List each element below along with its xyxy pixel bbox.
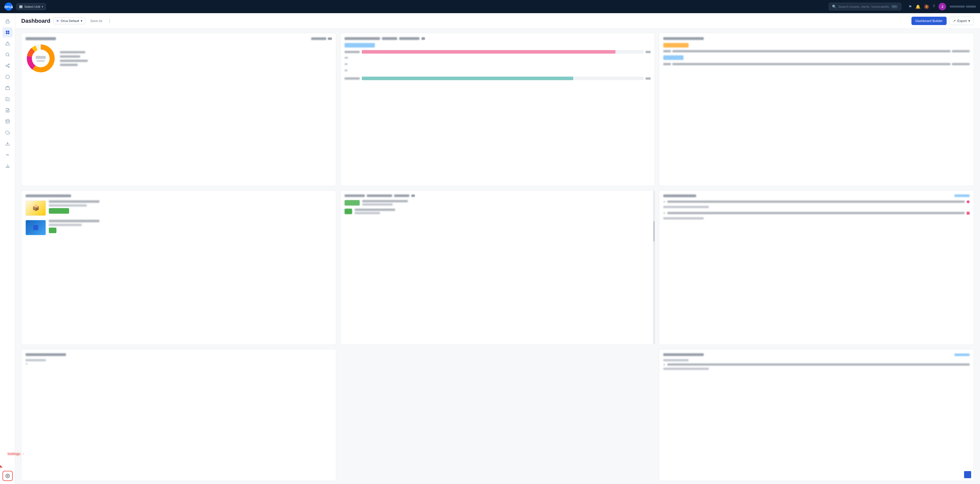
- sidebar-item-download[interactable]: [3, 138, 13, 149]
- widget-donut: [21, 33, 336, 186]
- legend-item: [60, 51, 88, 53]
- nav-icons: ⚑ 🔔 🔕 ? J: [908, 3, 976, 10]
- avatar[interactable]: J: [939, 3, 946, 10]
- dashboard-dropdown[interactable]: 👁 Orca Default ▾: [53, 17, 85, 24]
- more-options-icon[interactable]: ⋮: [108, 19, 111, 23]
- chevron-down-icon: ▾: [81, 19, 83, 23]
- bar-chart: [345, 50, 651, 80]
- widget-findings: [659, 190, 974, 345]
- svg-point-16: [6, 120, 10, 121]
- sidebar-item-alerts[interactable]: [3, 38, 13, 49]
- sidebar-item-storage[interactable]: [3, 116, 13, 127]
- legend-item: [60, 56, 88, 58]
- export-button[interactable]: ↗ Export ▾: [949, 17, 974, 25]
- flag-icon[interactable]: ⚑: [908, 4, 912, 9]
- logo: orca: [4, 2, 13, 11]
- bar-value: [646, 51, 651, 53]
- legend-item: [60, 60, 88, 66]
- search-bar: 🔍 ⌘K: [829, 3, 901, 10]
- widget-findings-header: [663, 194, 970, 197]
- asset-row-2: [25, 220, 332, 236]
- widget-link: [955, 354, 970, 356]
- svg-rect-2: [6, 21, 10, 23]
- finding-row-1: [663, 200, 970, 203]
- compliance-row-2: [345, 209, 651, 214]
- sidebar-item-dashboard[interactable]: [3, 27, 13, 37]
- sidebar-item-integrations[interactable]: ∞: [3, 150, 13, 160]
- search-input[interactable]: [838, 5, 889, 9]
- svg-rect-30: [37, 60, 45, 62]
- svg-text:orca: orca: [4, 5, 13, 9]
- user-name-block: [950, 6, 965, 8]
- bar-row-teal: [345, 77, 651, 80]
- svg-point-10: [8, 64, 10, 65]
- svg-point-23: [7, 475, 8, 477]
- dashboard-builder-button[interactable]: Dashboard Builder: [912, 17, 947, 25]
- sidebar-item-compliance[interactable]: [3, 94, 13, 104]
- widget-compliance-header: [345, 194, 651, 197]
- green-bar: [49, 208, 69, 214]
- svg-rect-5: [6, 33, 7, 34]
- bar-row: [345, 50, 651, 54]
- header-actions: Dashboard Builder ↗ Export ▾: [912, 17, 974, 25]
- dashboard-header: Dashboard 👁 Orca Default ▾ Save As ⋮ Das…: [15, 13, 980, 29]
- bar-fill-teal: [362, 77, 573, 80]
- blue-square: [33, 225, 38, 230]
- export-label: Export: [957, 19, 967, 23]
- help-icon[interactable]: ?: [933, 4, 935, 9]
- sidebar-item-assets[interactable]: [3, 72, 13, 82]
- asset-status-badge: [49, 208, 332, 214]
- select-unit-label: Select Unit: [24, 5, 40, 9]
- sidebar-item-lock[interactable]: [3, 16, 13, 26]
- search-icon: 🔍: [832, 5, 836, 9]
- finding-row-2: [663, 212, 970, 215]
- sidebar-item-settings[interactable]: [3, 471, 13, 481]
- user-role-block: [966, 6, 976, 8]
- green-bar-2: [49, 228, 56, 233]
- widget-donut-header: [25, 37, 332, 40]
- svg-rect-3: [6, 30, 7, 32]
- widget-bars-header: [345, 37, 651, 40]
- annotation-label: Settings →: [8, 452, 38, 456]
- bar-fill-pink: [362, 50, 616, 54]
- asset-status-badge-2: [49, 228, 332, 233]
- sidebar-item-cloud[interactable]: [3, 127, 13, 138]
- asset-info-2: [49, 220, 332, 236]
- bell-alert-icon[interactable]: 🔔: [915, 4, 921, 9]
- sidebar-item-topology[interactable]: [3, 61, 13, 71]
- bar-label-teal: [345, 78, 360, 80]
- asset-thumb-2: [25, 220, 46, 235]
- sidebar-item-analytics[interactable]: [3, 161, 13, 171]
- widget-trend-header: [25, 353, 332, 356]
- svg-point-12: [8, 67, 10, 68]
- main-content: Dashboard 👁 Orca Default ▾ Save As ⋮ Das…: [15, 13, 980, 484]
- widget-compliance: [340, 190, 655, 345]
- bar-track-teal: [362, 77, 644, 80]
- page-title: Dashboard: [21, 18, 50, 24]
- sidebar-item-inventory[interactable]: [3, 83, 13, 93]
- widget-bottom-right: [659, 349, 974, 481]
- chevron-down-icon: ▾: [42, 5, 43, 8]
- asset-info-1: [49, 200, 332, 216]
- save-as-button[interactable]: Save As: [88, 18, 105, 24]
- scrollbar-track: [653, 190, 655, 345]
- asset-thumb-1: 📦: [25, 200, 46, 216]
- sidebar: ∞ Settings →: [0, 13, 15, 484]
- dashboard-grid: 📦: [15, 29, 980, 484]
- bar-track: [362, 50, 644, 54]
- scrollbar-thumb: [653, 221, 655, 241]
- asset-row-1: 📦: [25, 200, 332, 216]
- notification-icon[interactable]: 🔕: [924, 4, 929, 9]
- select-unit-button[interactable]: 🏢 Select Unit ▾: [16, 3, 46, 10]
- svg-rect-4: [8, 30, 9, 32]
- export-chevron-icon: ▾: [968, 19, 970, 23]
- sidebar-item-search[interactable]: [3, 49, 13, 60]
- pink-status-dot: [967, 200, 970, 203]
- sidebar-item-tickets[interactable]: [3, 105, 13, 115]
- compliance-row-1: [345, 200, 651, 206]
- widget-donut-title: [25, 37, 56, 40]
- svg-rect-29: [36, 56, 46, 59]
- widget-status-header: [663, 37, 970, 40]
- widget-bottom-right-header: [663, 353, 970, 356]
- donut-legend: [60, 51, 88, 66]
